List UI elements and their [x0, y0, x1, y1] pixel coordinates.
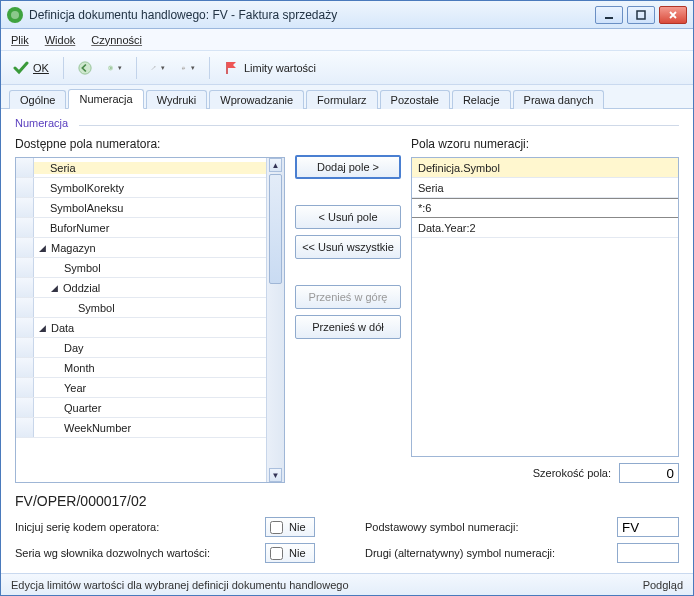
- svg-point-4: [108, 65, 112, 69]
- tab-content: Numeracja Dostępne pola numeratora: Seri…: [1, 109, 693, 573]
- tree-row[interactable]: Year: [16, 378, 266, 398]
- ok-button[interactable]: OK: [9, 58, 53, 78]
- tree-row[interactable]: Quarter: [16, 398, 266, 418]
- init-series-checkbox-text: Nie: [289, 521, 306, 533]
- tab-printouts[interactable]: Wydruki: [146, 90, 208, 109]
- tree-row-label: Month: [64, 362, 95, 374]
- check-icon: [13, 60, 29, 76]
- pattern-fields-title: Pola wzoru numeracji:: [411, 137, 679, 151]
- tree-row-label: BuforNumer: [50, 222, 109, 234]
- menu-view[interactable]: Widok: [45, 34, 76, 46]
- scroll-up-icon[interactable]: ▲: [269, 158, 282, 172]
- dict-series-checkbox[interactable]: Nie: [265, 543, 315, 563]
- tab-form[interactable]: Formularz: [306, 90, 378, 109]
- menu-actions[interactable]: Czynności: [91, 34, 142, 46]
- flag-icon: [224, 60, 240, 76]
- close-button[interactable]: [659, 6, 687, 24]
- nav-forward-button[interactable]: ▾: [104, 57, 126, 79]
- limits-button[interactable]: Limity wartości: [220, 58, 320, 78]
- svg-rect-1: [605, 17, 613, 19]
- fieldset-label-text: Numeracja: [15, 117, 68, 129]
- fieldset-label: Numeracja: [15, 117, 679, 129]
- tab-numbering[interactable]: Numeracja: [68, 89, 143, 109]
- tree-row[interactable]: BuforNumer: [16, 218, 266, 238]
- alt-symbol-input[interactable]: [617, 543, 679, 563]
- tree-row[interactable]: SymbolAneksu: [16, 198, 266, 218]
- svg-rect-7: [182, 66, 184, 67]
- remove-field-button[interactable]: < Usuń pole: [295, 205, 401, 229]
- dict-series-label: Seria wg słownika dozwolnych wartości:: [15, 547, 255, 559]
- status-view-mode: Podgląd: [643, 579, 683, 591]
- init-series-checkbox[interactable]: Nie: [265, 517, 315, 537]
- init-series-checkbox-input[interactable]: [270, 521, 283, 534]
- tree-row[interactable]: ◢Data: [16, 318, 266, 338]
- svg-point-0: [11, 11, 19, 19]
- minimize-button[interactable]: [595, 6, 623, 24]
- tree-row-label: Magazyn: [51, 242, 96, 254]
- tree-row[interactable]: Day: [16, 338, 266, 358]
- tree-row[interactable]: ◢Oddzial: [16, 278, 266, 298]
- dict-series-checkbox-input[interactable]: [270, 547, 283, 560]
- tree-row[interactable]: WeekNumber: [16, 418, 266, 438]
- tree-row[interactable]: ◢Magazyn: [16, 238, 266, 258]
- tree-row-label: Oddzial: [63, 282, 100, 294]
- window-title: Definicja dokumentu handlowego: FV - Fak…: [29, 8, 595, 22]
- tools-button[interactable]: ▾: [147, 57, 169, 79]
- expander-icon[interactable]: ◢: [38, 323, 47, 333]
- expander-icon[interactable]: ◢: [50, 283, 59, 293]
- pattern-row[interactable]: Data.Year:2: [412, 218, 678, 238]
- tree-row[interactable]: Symbol: [16, 298, 266, 318]
- nav-back-button[interactable]: [74, 57, 96, 79]
- tab-general[interactable]: Ogólne: [9, 90, 66, 109]
- available-fields-title: Dostępne pola numeratora:: [15, 137, 285, 151]
- printer-icon: [181, 60, 186, 76]
- pattern-row[interactable]: Definicja.Symbol: [412, 158, 678, 178]
- print-button[interactable]: ▾: [177, 57, 199, 79]
- pattern-row[interactable]: Seria: [412, 178, 678, 198]
- add-field-button[interactable]: Dodaj pole >: [295, 155, 401, 179]
- alt-symbol-label: Drugi (alternatywny) symbol numeracji:: [325, 547, 607, 559]
- statusbar: Edycja limitów wartości dla wybranej def…: [1, 573, 693, 595]
- tools-icon: [151, 60, 156, 76]
- app-window: Definicja dokumentu handlowego: FV - Fak…: [0, 0, 694, 596]
- tree-row-label: Data: [51, 322, 74, 334]
- move-down-button[interactable]: Przenieś w dół: [295, 315, 401, 339]
- pattern-row[interactable]: *:6: [412, 198, 678, 218]
- available-fields-scrollbar[interactable]: ▲ ▼: [266, 158, 284, 482]
- maximize-button[interactable]: [627, 6, 655, 24]
- init-series-label: Inicjuj serię kodem operatora:: [15, 521, 255, 533]
- tree-row-label: Seria: [50, 162, 76, 174]
- primary-symbol-label: Podstawowy symbol numeracji:: [325, 521, 607, 533]
- tabstrip: Ogólne Numeracja Wydruki Wprowadzanie Fo…: [1, 85, 693, 109]
- limits-label: Limity wartości: [244, 62, 316, 74]
- field-width-input[interactable]: [619, 463, 679, 483]
- tab-other[interactable]: Pozostałe: [380, 90, 450, 109]
- tab-input[interactable]: Wprowadzanie: [209, 90, 304, 109]
- pattern-fields-list[interactable]: Definicja.SymbolSeria*:6Data.Year:2: [411, 157, 679, 457]
- arrow-left-icon: [78, 60, 92, 76]
- svg-rect-2: [637, 11, 645, 19]
- primary-symbol-input[interactable]: [617, 517, 679, 537]
- dict-series-checkbox-text: Nie: [289, 547, 306, 559]
- scroll-thumb[interactable]: [269, 174, 282, 284]
- tab-rights[interactable]: Prawa danych: [513, 90, 605, 109]
- tree-row[interactable]: Seria: [16, 158, 266, 178]
- available-fields-list[interactable]: SeriaSymbolKorektySymbolAneksuBuforNumer…: [15, 157, 285, 483]
- tree-row[interactable]: SymbolKorekty: [16, 178, 266, 198]
- tree-row-label: Year: [64, 382, 86, 394]
- toolbar: OK ▾ ▾ ▾ Limity wartości: [1, 51, 693, 85]
- tree-row-label: SymbolKorekty: [50, 182, 124, 194]
- tab-relations[interactable]: Relacje: [452, 90, 511, 109]
- tree-row-label: Quarter: [64, 402, 101, 414]
- expander-icon[interactable]: ◢: [38, 243, 47, 253]
- status-text: Edycja limitów wartości dla wybranej def…: [11, 579, 349, 591]
- menu-file[interactable]: Plik: [11, 34, 29, 46]
- scroll-down-icon[interactable]: ▼: [269, 468, 282, 482]
- move-up-button[interactable]: Przenieś w górę: [295, 285, 401, 309]
- tree-row-label: WeekNumber: [64, 422, 131, 434]
- tree-row[interactable]: Symbol: [16, 258, 266, 278]
- tree-row[interactable]: Month: [16, 358, 266, 378]
- tree-row-label: Symbol: [78, 302, 115, 314]
- menubar: Plik Widok Czynności: [1, 29, 693, 51]
- remove-all-button[interactable]: << Usuń wszystkie: [295, 235, 401, 259]
